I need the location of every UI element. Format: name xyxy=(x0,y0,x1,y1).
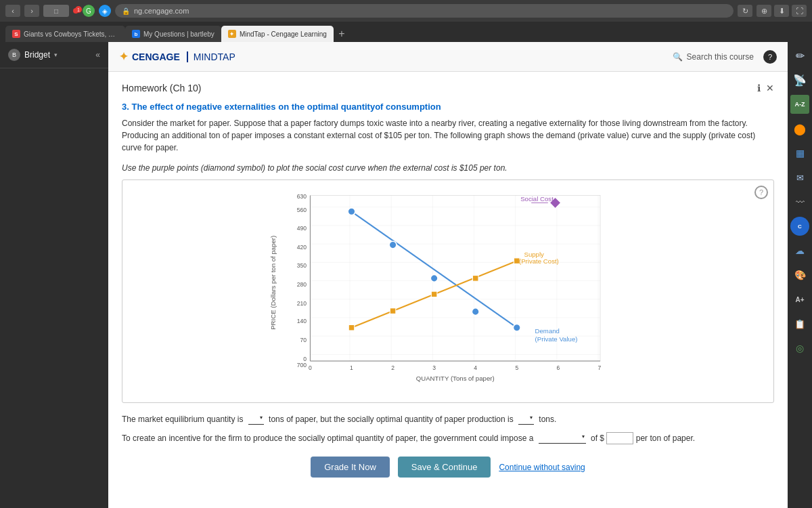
svg-text:7: 7 xyxy=(598,364,602,371)
policy-type-dropdown[interactable]: tax subsidy price ceiling price floor xyxy=(539,433,586,444)
tab-title-bartleby: My Questions | bartleby xyxy=(143,30,215,38)
eq-text-2: tons of paper, but the socially optimal … xyxy=(269,415,514,424)
address-bar[interactable]: 🔒 ng.cengage.com xyxy=(115,4,734,18)
help-button[interactable]: ? xyxy=(763,50,777,64)
cloud-icon[interactable]: ☁ xyxy=(790,241,809,260)
tab-favicon-seatgeek: S xyxy=(12,30,20,38)
question-body: Consider the market for paper. Suppose t… xyxy=(122,117,774,154)
svg-text:630: 630 xyxy=(297,193,307,200)
fullscreen-button[interactable]: ⛶ xyxy=(792,5,807,17)
cengage-brain-icon[interactable]: C xyxy=(790,217,809,236)
homework-header: Homework (Ch 10) ℹ ✕ xyxy=(122,83,774,93)
svg-text:70: 70 xyxy=(300,337,307,343)
rss-icon[interactable]: 📡 xyxy=(790,70,809,89)
az-icon[interactable]: A-Z xyxy=(790,95,809,114)
chart-help-button[interactable]: ? xyxy=(754,186,768,199)
svg-text:Social Cost: Social Cost xyxy=(520,195,554,203)
chart-svg: PRICE (Dollars per ton of paper) 0 70 14… xyxy=(131,188,765,391)
homework-actions: ℹ ✕ xyxy=(757,83,774,93)
right-sidebar: ✏ 📡 A-Z ⬤ ▦ ✉ 〰 C ☁ 🎨 A+ 📋 ◎ xyxy=(788,42,812,508)
left-sidebar: B Bridget ▾ « xyxy=(0,42,108,508)
app-topbar: ✦ CENGAGE MINDTAP 🔍 Search this course ? xyxy=(108,42,788,72)
svg-text:(Private Value): (Private Value) xyxy=(535,335,578,343)
svg-text:2: 2 xyxy=(391,364,394,371)
tab-title-mindtap: MindTap - Cengage Learning xyxy=(240,30,327,38)
window-button[interactable]: □ xyxy=(43,5,69,17)
svg-text:PRICE (Dollars per ton of pape: PRICE (Dollars per ton of paper) xyxy=(269,236,277,330)
extensions-button[interactable]: ⊕ xyxy=(757,5,771,17)
svg-point-25 xyxy=(348,208,355,215)
homework-title: Homework (Ch 10) xyxy=(122,83,201,93)
info-button[interactable]: ℹ xyxy=(757,83,761,93)
mindtap-text: MINDTAP xyxy=(187,51,235,62)
download-button[interactable]: ⬇ xyxy=(774,5,789,17)
url-text: ng.cengage.com xyxy=(134,7,189,15)
save-continue-button[interactable]: Save & Continue xyxy=(398,457,491,478)
grade-it-now-button[interactable]: Grade It Now xyxy=(311,457,390,478)
color-palette-icon[interactable]: 🎨 xyxy=(790,266,809,284)
svg-rect-34 xyxy=(390,308,396,314)
svg-text:Demand: Demand xyxy=(535,327,560,335)
search-placeholder-text: Search this course xyxy=(687,52,754,62)
audio-icon[interactable]: 〰 xyxy=(790,192,809,211)
svg-point-26 xyxy=(389,241,397,249)
bottom-section: The market equilibrium quantity is 4 5 6… xyxy=(122,412,774,446)
chart-container: ? PRICE (Dollars per ton of paper) 0 xyxy=(122,179,774,403)
lock-icon: 🔒 xyxy=(122,7,130,15)
svg-rect-35 xyxy=(431,291,437,297)
buttons-row: Grade It Now Save & Continue Continue wi… xyxy=(122,457,774,478)
svg-text:3: 3 xyxy=(432,364,436,371)
pencil-tool-icon[interactable]: ✏ xyxy=(790,46,809,65)
incentive-text-1: To create an incentive for the firm to p… xyxy=(122,433,533,443)
svg-text:700: 700 xyxy=(297,362,307,368)
optimal-qty-dropdown[interactable]: 3 4 5 xyxy=(518,415,534,425)
instruction-text: Use the purple points (diamond symbol) t… xyxy=(122,163,774,173)
svg-text:4: 4 xyxy=(474,364,477,371)
svg-text:420: 420 xyxy=(297,244,307,251)
close-button[interactable]: ✕ xyxy=(766,83,774,93)
tax-amount-input[interactable] xyxy=(606,432,633,444)
eq-text-3: tons. xyxy=(539,415,556,424)
svg-text:5: 5 xyxy=(515,364,518,371)
forward-button[interactable]: › xyxy=(24,5,39,17)
circle-icon[interactable]: ◎ xyxy=(790,339,809,358)
svg-rect-36 xyxy=(472,276,478,282)
tab-favicon-mindtap: ✦ xyxy=(228,30,236,38)
tabs-bar: S Giants vs Cowboys Tickets, Dec 19 in E… xyxy=(0,22,812,42)
continue-without-saving-button[interactable]: Continue without saving xyxy=(499,463,585,472)
tab-favicon-bartleby: b xyxy=(132,30,140,38)
new-tab-button[interactable]: + xyxy=(334,26,350,42)
svg-text:QUANTITY (Tons of paper): QUANTITY (Tons of paper) xyxy=(416,375,495,382)
tab-mindtap[interactable]: ✦ MindTap - Cengage Learning xyxy=(221,26,334,42)
svg-text:210: 210 xyxy=(297,300,307,307)
user-avatar: B xyxy=(8,49,20,61)
tab-title-seatgeek: Giants vs Cowboys Tickets, Dec 19 in Eas… xyxy=(24,30,118,38)
svg-text:0: 0 xyxy=(309,364,312,371)
svg-text:Supply: Supply xyxy=(524,251,544,258)
tab-bartleby[interactable]: b My Questions | bartleby xyxy=(125,26,221,42)
collapse-sidebar-button[interactable]: « xyxy=(95,50,100,60)
orange-circle-icon[interactable]: ⬤ xyxy=(790,119,809,138)
svg-text:350: 350 xyxy=(297,262,307,269)
svg-text:6: 6 xyxy=(556,364,560,371)
cengage-logo: ✦ CENGAGE MINDTAP xyxy=(119,50,235,63)
incentive-text-2: of $ xyxy=(591,433,604,443)
refresh-button[interactable]: ↻ xyxy=(738,5,752,17)
svg-point-29 xyxy=(513,324,520,331)
svg-rect-33 xyxy=(348,324,355,331)
svg-text:140: 140 xyxy=(297,318,307,324)
search-icon: 🔍 xyxy=(673,52,683,62)
equilibrium-qty-dropdown[interactable]: 4 5 6 xyxy=(248,415,264,425)
svg-text:(Private Cost): (Private Cost) xyxy=(519,257,559,265)
svg-text:490: 490 xyxy=(297,225,307,232)
back-button[interactable]: ‹ xyxy=(5,5,20,17)
svg-point-28 xyxy=(472,308,479,316)
tablet-icon[interactable]: ▦ xyxy=(790,144,809,163)
email-icon[interactable]: ✉ xyxy=(790,168,809,187)
svg-text:1: 1 xyxy=(350,364,353,371)
notes-icon[interactable]: 📋 xyxy=(790,314,809,333)
tab-seatgeek[interactable]: S Giants vs Cowboys Tickets, Dec 19 in E… xyxy=(5,26,125,42)
ai-plus-icon[interactable]: A+ xyxy=(790,290,809,309)
search-bar: 🔍 Search this course ? xyxy=(673,50,777,64)
cengage-text: CENGAGE xyxy=(132,51,180,62)
